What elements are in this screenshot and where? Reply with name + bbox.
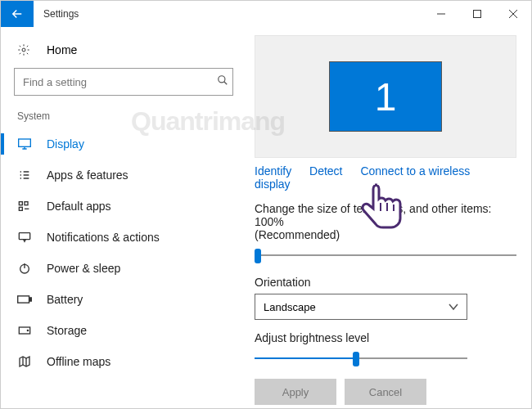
- gear-icon: [17, 43, 32, 56]
- identify-link[interactable]: Identify: [255, 164, 291, 178]
- sidebar-item-label: Apps & features: [47, 169, 128, 182]
- grid-icon: [17, 200, 32, 212]
- button-row: Apply Cancel: [255, 379, 516, 405]
- home-label: Home: [47, 43, 77, 56]
- brightness-label: Adjust brightness level: [255, 331, 516, 344]
- display-links: Identify Detect Connect to a wireless di…: [255, 164, 516, 191]
- cancel-button[interactable]: Cancel: [345, 379, 426, 405]
- sidebar-item-label: Default apps: [47, 200, 111, 213]
- sidebar-item-label: Notifications & actions: [47, 231, 160, 244]
- main-panel: 1 Identify Detect Connect to a wireless …: [246, 27, 531, 408]
- sidebar-item-label: Offline maps: [47, 355, 110, 368]
- search-container: [1, 65, 246, 107]
- window-title: Settings: [43, 8, 79, 20]
- minimize-icon: [437, 10, 445, 18]
- storage-icon: [17, 325, 32, 336]
- sidebar-item-label: Power & sleep: [47, 262, 120, 275]
- display-icon: [17, 138, 32, 150]
- detect-link[interactable]: Detect: [309, 164, 342, 178]
- sidebar-item-storage[interactable]: Storage: [1, 315, 246, 346]
- sidebar-item-notifications[interactable]: Notifications & actions: [1, 222, 246, 253]
- svg-rect-4: [19, 202, 22, 205]
- orientation-label: Orientation: [255, 276, 516, 289]
- svg-rect-3: [19, 139, 31, 146]
- search-icon: [217, 74, 228, 86]
- map-icon: [17, 355, 32, 368]
- svg-point-2: [219, 76, 225, 83]
- orientation-value: Landscape: [264, 301, 316, 313]
- close-icon: [509, 10, 517, 18]
- svg-point-1: [22, 48, 25, 52]
- close-button[interactable]: [495, 1, 531, 27]
- back-button[interactable]: [1, 1, 34, 27]
- minimize-button[interactable]: [423, 1, 459, 27]
- monitor-tile[interactable]: 1: [329, 61, 442, 132]
- battery-icon: [17, 294, 32, 304]
- titlebar: Settings: [1, 1, 531, 27]
- sidebar-item-power-sleep[interactable]: Power & sleep: [1, 253, 246, 284]
- sidebar-item-apps-features[interactable]: Apps & features: [1, 160, 246, 191]
- sidebar-item-default-apps[interactable]: Default apps: [1, 191, 246, 222]
- scale-label: Change the size of text, apps, and other…: [255, 202, 516, 241]
- slider-thumb[interactable]: [255, 249, 261, 263]
- svg-rect-7: [19, 233, 29, 240]
- scale-slider[interactable]: [255, 246, 516, 266]
- group-label: System: [1, 107, 246, 128]
- search-input[interactable]: [14, 68, 233, 96]
- maximize-icon: [473, 10, 481, 18]
- sidebar-item-battery[interactable]: Battery: [1, 284, 246, 315]
- list-icon: [17, 169, 32, 181]
- power-icon: [17, 262, 32, 275]
- arrow-left-icon: [10, 7, 25, 21]
- svg-rect-0: [474, 11, 481, 18]
- sidebar-item-label: Battery: [47, 293, 83, 306]
- orientation-select[interactable]: Landscape: [255, 294, 467, 320]
- svg-rect-6: [19, 207, 22, 210]
- sidebar: Home System Display Apps & features Defa…: [1, 27, 246, 408]
- monitor-number: 1: [375, 74, 397, 119]
- svg-rect-9: [18, 296, 29, 303]
- chevron-down-icon: [449, 303, 458, 311]
- sidebar-item-display[interactable]: Display: [1, 128, 246, 160]
- brightness-slider[interactable]: [255, 349, 467, 369]
- sidebar-item-offline-maps[interactable]: Offline maps: [1, 346, 246, 377]
- maximize-button[interactable]: [459, 1, 495, 27]
- svg-rect-10: [29, 298, 31, 301]
- sidebar-item-label: Display: [47, 137, 84, 151]
- slider-thumb[interactable]: [353, 352, 359, 366]
- sidebar-item-label: Storage: [47, 324, 87, 337]
- apply-button[interactable]: Apply: [255, 379, 336, 405]
- home-link[interactable]: Home: [1, 35, 246, 65]
- display-preview-area: 1: [255, 35, 516, 158]
- svg-rect-5: [25, 202, 28, 205]
- chat-icon: [17, 231, 32, 243]
- svg-point-12: [27, 330, 28, 330]
